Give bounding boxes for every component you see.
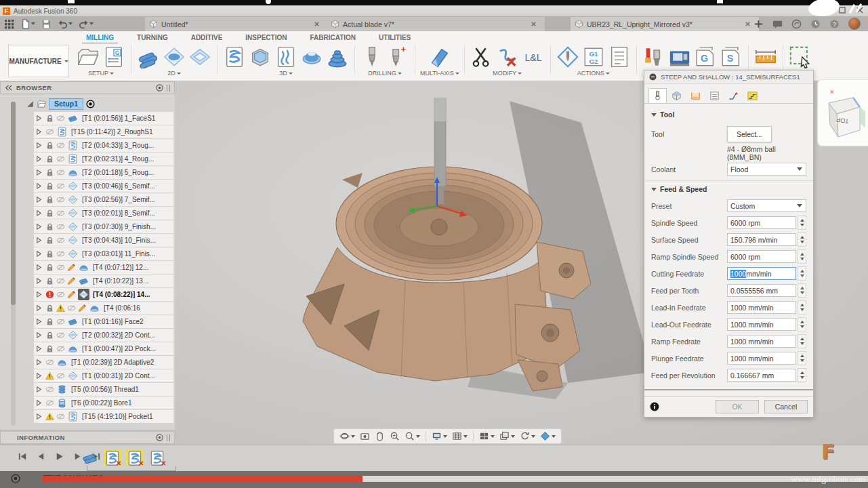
lock[interactable] [45, 209, 54, 218]
dialog-tab-linking[interactable] [724, 88, 743, 103]
operation-row[interactable]: [T15 (4:19:10)] Pocket1 [34, 410, 173, 423]
spinner-control[interactable] [798, 300, 806, 314]
operation-row[interactable]: [T6 (0:00:22)] Bore1 [34, 396, 173, 409]
viewcube[interactable]: X Z TOP [818, 80, 868, 144]
dialog-tab-tool[interactable] [648, 88, 667, 103]
swarf-icon[interactable] [428, 45, 452, 68]
file-menu-icon[interactable] [20, 19, 30, 29]
dialog-collapse-icon[interactable] [649, 73, 657, 81]
add-tab-icon[interactable] [753, 19, 764, 29]
playback-operation[interactable]: ✕ [148, 449, 166, 466]
tab-close-icon[interactable] [313, 20, 321, 28]
expander-icon[interactable] [35, 196, 43, 203]
machine-library-icon[interactable] [667, 45, 692, 68]
panel-options-icon[interactable] [156, 434, 163, 441]
selection-icon[interactable] [788, 45, 812, 68]
user-avatar[interactable] [848, 18, 861, 30]
eyeoff[interactable] [56, 141, 65, 150]
lock[interactable] [45, 195, 54, 204]
ribbon-tab-utilities[interactable]: UTILITIES [377, 33, 412, 43]
field-input[interactable]: 1000 mm/min [727, 352, 796, 365]
lock[interactable] [45, 222, 54, 231]
panel-grip-icon[interactable] [167, 434, 170, 441]
dialog-tab-heights[interactable] [686, 88, 705, 103]
operation-row[interactable]: [T5 (0:00:56)] Thread1 [34, 383, 173, 396]
spinner-control[interactable] [798, 249, 806, 264]
ribbon-group-label[interactable]: DRILLING [368, 70, 402, 77]
pan-button[interactable] [373, 431, 386, 441]
pencil[interactable] [67, 290, 76, 299]
expander-icon[interactable] [35, 318, 43, 325]
job-status-icon[interactable] [791, 19, 802, 29]
trim-toolpath-icon[interactable] [470, 45, 494, 68]
lock[interactable] [45, 249, 54, 258]
zoom-button[interactable] [388, 431, 401, 441]
expander-icon[interactable] [35, 304, 43, 312]
spinner-down-icon[interactable] [800, 308, 804, 311]
setup-active-icon[interactable] [86, 100, 95, 108]
file-menu-caret-icon[interactable] [31, 22, 35, 25]
step-back-icon[interactable] [36, 451, 46, 462]
expander-icon[interactable] [35, 386, 43, 393]
expander-icon[interactable] [35, 169, 43, 176]
field-select[interactable]: Custom [727, 199, 806, 212]
redo-caret-icon[interactable] [89, 22, 94, 25]
field-input[interactable]: 0.166667 mm [727, 369, 796, 382]
pencil[interactable] [67, 263, 76, 272]
eyeoff[interactable] [45, 358, 54, 367]
document-tab[interactable]: Untitled* [145, 17, 328, 31]
operation-row[interactable]: [T3 (0:03:01)] 11_Finis... [34, 247, 173, 260]
field-input[interactable]: 0.0555556 mm [727, 284, 796, 297]
face-mill-icon[interactable] [136, 45, 161, 68]
nc-program-icon[interactable]: G [102, 45, 126, 68]
spinner-down-icon[interactable] [800, 258, 804, 260]
spinner-up-icon[interactable] [800, 304, 804, 306]
field-input[interactable]: 6000 rpm [727, 250, 796, 263]
ribbon-group-label[interactable]: SETUP [88, 70, 114, 77]
expander-icon[interactable] [35, 209, 43, 217]
expander-icon[interactable] [35, 223, 43, 230]
dialog-tab-steep-shallow[interactable] [743, 88, 762, 103]
field-input[interactable]: 1000 mm/min [727, 301, 796, 314]
lock[interactable] [45, 141, 54, 150]
measure-icon[interactable] [753, 45, 778, 68]
redo-icon[interactable] [79, 19, 89, 29]
app-grid-icon[interactable] [4, 19, 14, 29]
spinner-control[interactable] [798, 232, 806, 247]
browser-header[interactable]: BROWSER [0, 81, 175, 94]
ribbon-tab-additive[interactable]: ADDITIVE [190, 33, 224, 43]
refresh-button[interactable] [518, 431, 537, 441]
spinner-control[interactable] [798, 334, 806, 348]
warn[interactable] [45, 412, 54, 421]
expander-icon[interactable] [35, 291, 43, 298]
eyeoff[interactable] [56, 209, 65, 218]
spinner-up-icon[interactable] [800, 253, 804, 256]
setup-icon[interactable] [76, 45, 100, 68]
lock[interactable] [45, 304, 54, 312]
operation-row[interactable]: [T3 (0:02:01)] 8_Semif... [34, 207, 173, 220]
expander-icon[interactable] [35, 250, 43, 258]
ribbon-group-label[interactable]: MODIFY [493, 70, 522, 77]
error[interactable] [45, 290, 54, 299]
text-commands-toggle-icon[interactable] [11, 474, 20, 483]
spinner-control[interactable] [798, 266, 806, 281]
save-icon[interactable] [41, 19, 51, 29]
operation-row[interactable]: [T3 (0:00:46)] 6_Semif... [34, 180, 173, 192]
ribbon-tab-turning[interactable]: TURNING [136, 33, 169, 43]
eyeoff[interactable] [56, 168, 65, 177]
tool-section-header[interactable]: Tool [651, 110, 806, 119]
operation-row[interactable]: [T4 (0:07:12)] 12... [34, 261, 173, 274]
spinner-up-icon[interactable] [800, 338, 804, 340]
eyeoff[interactable] [56, 412, 65, 421]
spinner-down-icon[interactable] [800, 274, 804, 277]
playback-operation[interactable]: ✕ [104, 449, 121, 466]
viewcube-panel[interactable]: X Z TOP [817, 79, 868, 146]
horizontal-icon[interactable] [299, 45, 324, 68]
tool-library-icon[interactable] [642, 45, 666, 68]
expander-icon[interactable] [35, 399, 43, 407]
eyeoff[interactable] [45, 399, 54, 407]
pencil[interactable] [78, 304, 87, 312]
field-input[interactable]: 150.796 m/min [727, 233, 796, 246]
spinner-up-icon[interactable] [800, 321, 804, 323]
expander-icon[interactable] [35, 277, 43, 285]
